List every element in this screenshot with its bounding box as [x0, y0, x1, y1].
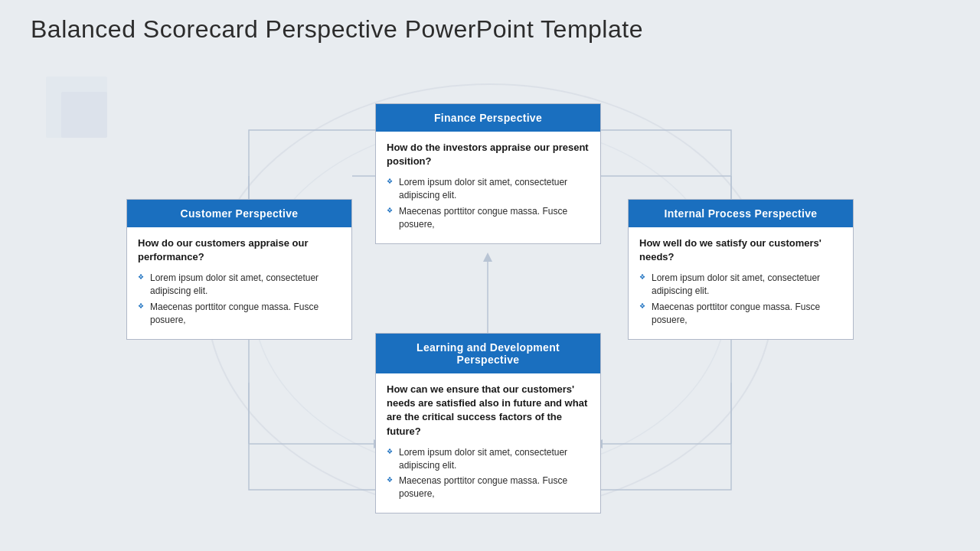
customer-card-question: How do our customers appraise our perfor…	[138, 236, 341, 264]
learning-bullet-1: Lorem ipsum dolor sit amet, consectetuer…	[387, 446, 590, 472]
finance-card-header: Finance Perspective	[376, 104, 600, 132]
finance-card-body: How do the investors appraise our presen…	[376, 132, 600, 243]
svg-rect-2	[46, 77, 107, 138]
customer-bullet-2: Maecenas porttitor congue massa. Fusce p…	[138, 301, 341, 327]
internal-card-body: How well do we satisfy our customers' ne…	[629, 227, 853, 339]
customer-bullet-1: Lorem ipsum dolor sit amet, consectetuer…	[138, 272, 341, 298]
internal-card-bullets: Lorem ipsum dolor sit amet, consectetuer…	[639, 272, 842, 326]
learning-card-body: How can we ensure that our customers' ne…	[376, 373, 600, 513]
finance-card-question: How do the investors appraise our presen…	[387, 141, 590, 168]
svg-marker-18	[483, 253, 492, 262]
learning-card-header: Learning and Development Perspective	[376, 334, 600, 373]
internal-card-question: How well do we satisfy our customers' ne…	[639, 236, 842, 264]
learning-bullet-2: Maecenas porttitor congue massa. Fusce p…	[387, 474, 590, 500]
finance-bullet-1: Lorem ipsum dolor sit amet, consectetuer…	[387, 176, 590, 202]
customer-card: Customer Perspective How do our customer…	[126, 199, 352, 340]
internal-bullet-2: Maecenas porttitor congue massa. Fusce p…	[639, 301, 842, 327]
svg-rect-3	[61, 92, 107, 138]
learning-card-bullets: Lorem ipsum dolor sit amet, consectetuer…	[387, 446, 590, 500]
learning-card-question: How can we ensure that our customers' ne…	[387, 383, 590, 439]
internal-bullet-1: Lorem ipsum dolor sit amet, consectetuer…	[639, 272, 842, 298]
internal-card: Internal Process Perspective How well do…	[628, 199, 854, 340]
customer-card-header: Customer Perspective	[127, 200, 351, 227]
learning-card: Learning and Development Perspective How…	[375, 333, 601, 514]
customer-card-body: How do our customers appraise our perfor…	[127, 227, 351, 339]
finance-card-bullets: Lorem ipsum dolor sit amet, consectetuer…	[387, 176, 590, 230]
customer-card-bullets: Lorem ipsum dolor sit amet, consectetuer…	[138, 272, 341, 326]
page-title: Balanced Scorecard Perspective PowerPoin…	[31, 15, 643, 44]
internal-card-header: Internal Process Perspective	[629, 200, 853, 227]
finance-bullet-2: Maecenas porttitor congue massa. Fusce p…	[387, 205, 590, 231]
finance-card: Finance Perspective How do the investors…	[375, 103, 601, 244]
